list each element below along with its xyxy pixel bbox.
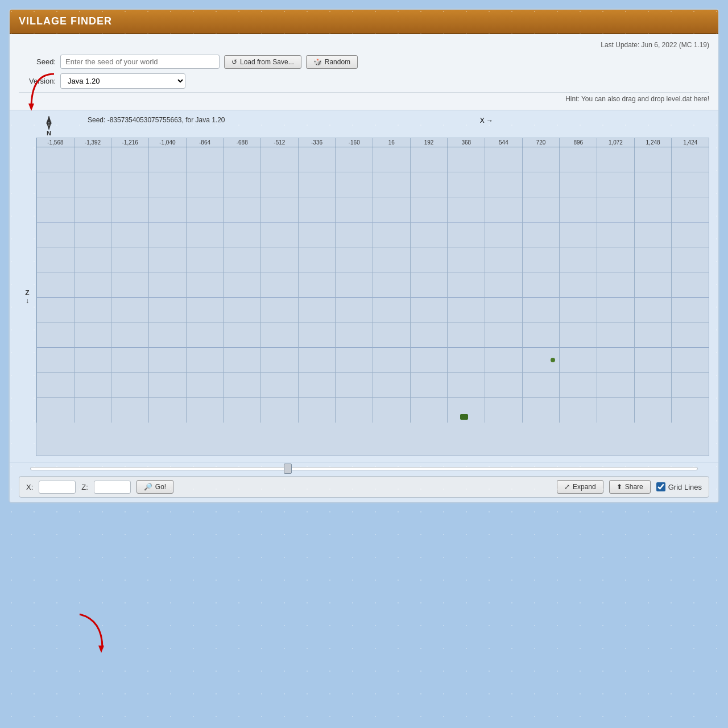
grid-row: -352 <box>36 222 709 247</box>
title-bar: VILLAGE FINDER <box>10 10 718 34</box>
expand-button[interactable]: ⤢ Expand <box>557 480 603 494</box>
seed-info: Seed: -8357354053075755663, for Java 1.2… <box>88 116 480 124</box>
go-icon: 🔎 <box>144 483 152 491</box>
main-container: VILLAGE FINDER Last Update: Jun 6, 2022 … <box>9 9 719 503</box>
grid-row: 176 <box>36 297 709 322</box>
x-axis-label: X → <box>480 117 493 125</box>
grid-lines-label[interactable]: Grid Lines <box>656 482 702 491</box>
svg-marker-2 <box>47 123 51 129</box>
share-icon: ⬆ <box>617 483 622 491</box>
map-wrapper: Z ↓ -1,568 -1,392 -1,216 -1,040 -864 -68… <box>19 138 709 456</box>
grid-row: 704 <box>36 373 709 398</box>
share-button[interactable]: ⬆ Share <box>609 480 651 494</box>
last-update: Last Update: Jun 6, 2022 (MC 1.19) <box>19 41 709 49</box>
z-coord-input[interactable] <box>94 481 131 494</box>
grid-row: 0 <box>36 272 709 297</box>
grid-row: 352 <box>36 322 709 348</box>
load-icon: ↺ <box>231 58 237 66</box>
top-section: Last Update: Jun 6, 2022 (MC 1.19) Seed:… <box>10 34 718 110</box>
z-coord-label: Z: <box>81 483 88 491</box>
expand-icon: ⤢ <box>564 483 570 491</box>
seed-row: Seed: ↺ Load from Save... 🎲 Random <box>19 55 709 69</box>
compass-n: N <box>47 130 51 136</box>
grid-lines-checkbox[interactable] <box>656 482 665 491</box>
grid-row: -880 <box>36 147 709 172</box>
x-axis-numbers: -1,568 -1,392 -1,216 -1,040 -864 -688 -5… <box>36 138 709 147</box>
x-coord-input[interactable] <box>39 481 76 494</box>
zoom-slider-row <box>19 467 709 470</box>
random-button[interactable]: 🎲 Random <box>306 55 358 69</box>
grid-row: 880 <box>36 398 709 423</box>
version-label: Version: <box>19 77 56 85</box>
map-canvas[interactable]: -1,568 -1,392 -1,216 -1,040 -864 -688 -5… <box>36 138 709 456</box>
map-section: N Seed: -8357354053075755663, for Java 1… <box>10 110 718 462</box>
zoom-thumb[interactable] <box>284 464 292 474</box>
version-select[interactable]: Java 1.20 Java 1.19 Java 1.18 Bedrock 1.… <box>60 73 185 89</box>
z-axis-label: Z ↓ <box>19 138 36 456</box>
village-marker-2[interactable] <box>460 414 468 420</box>
zoom-slider[interactable] <box>30 467 698 470</box>
go-button[interactable]: 🔎 Go! <box>136 480 173 494</box>
hint-text: Hint: You can also drag and drop level.d… <box>19 92 709 105</box>
grid-row: 528 <box>36 348 709 373</box>
bottom-controls: X: Z: 🔎 Go! ⤢ Expand ⬆ Share Grid Lines <box>10 462 718 502</box>
svg-marker-1 <box>47 117 51 123</box>
controls-row: X: Z: 🔎 Go! ⤢ Expand ⬆ Share Grid Lines <box>19 476 709 498</box>
seed-input[interactable] <box>60 55 220 69</box>
grid-row: -704 <box>36 172 709 197</box>
load-from-save-button[interactable]: ↺ Load from Save... <box>224 55 301 69</box>
version-row: Version: Java 1.20 Java 1.19 Java 1.18 B… <box>19 73 709 89</box>
dice-icon: 🎲 <box>313 58 322 66</box>
x-coord-label: X: <box>26 483 33 491</box>
compass: N <box>39 116 59 136</box>
map-grid: -880 -704 -528 -352 <box>36 147 709 423</box>
seed-label: Seed: <box>19 57 56 66</box>
grid-row: -176 <box>36 247 709 272</box>
grid-row: -528 <box>36 197 709 222</box>
app-title: VILLAGE FINDER <box>19 15 112 27</box>
